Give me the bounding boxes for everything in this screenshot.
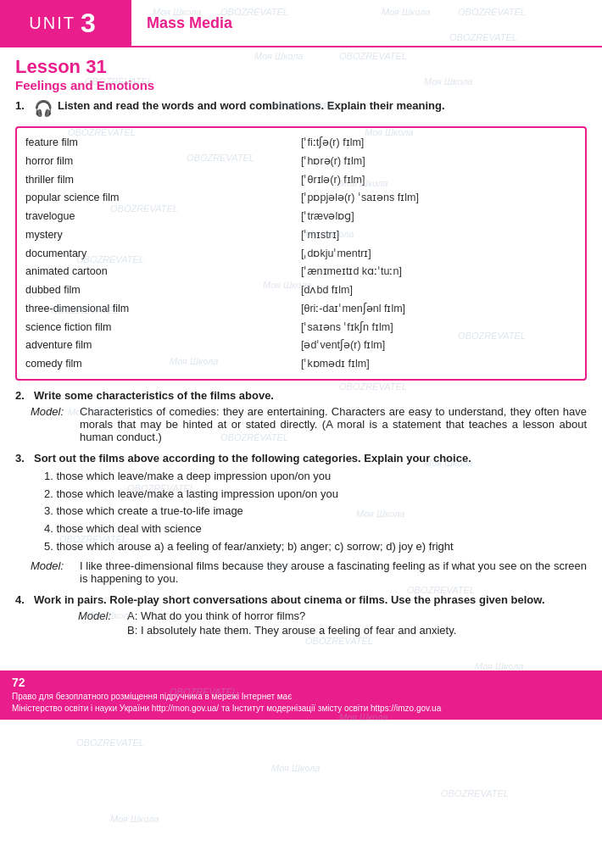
- model-3-label: Model:: [31, 559, 80, 572]
- vocab-word: feature film: [25, 135, 301, 151]
- model-2-text: Characteristics of comedies: they are en…: [80, 405, 587, 443]
- vocab-phonetics-column: [ˈfiːtʃə(r) fɪlm][ˈhɒrə(r) fɪlm][ˈθrɪlə(…: [301, 135, 577, 372]
- unit-badge: UNIT 3: [0, 0, 131, 46]
- list-item: 5. those which arouse a) a feeling of fe…: [44, 538, 587, 556]
- list-item: 1. those which leave/make a deep impress…: [44, 468, 587, 486]
- vocabulary-box: feature filmhorror filmthriller filmpopu…: [15, 126, 587, 381]
- vocab-word: mystery: [25, 227, 301, 243]
- lesson-section: Lesson 31 Feelings and Emotions: [0, 47, 602, 92]
- exercise-2-instruction: Write some characteristics of the films …: [34, 389, 274, 402]
- footer-legal-1: Право для безоплатного розміщення підруч…: [12, 691, 590, 703]
- exercise-4-header: 4. Work in pairs. Role-play short conver…: [15, 593, 587, 606]
- exercise-4: 4. Work in pairs. Role-play short conver…: [0, 593, 602, 637]
- watermark: OBOZREVATEL: [441, 788, 509, 798]
- vocab-phonetic: [ˈθrɪlə(r) fɪlm]: [301, 172, 577, 188]
- chapter-title: Mass Media: [147, 14, 232, 32]
- vocab-word: three-dimensional film: [25, 301, 301, 317]
- vocab-word: popular science film: [25, 190, 301, 206]
- vocab-phonetic: [ˈsaɪəns ˈfɪkʃn fɪlm]: [301, 320, 577, 336]
- vocab-word: travelogue: [25, 209, 301, 225]
- vocab-phonetic: [ˈhɒrə(r) fɪlm]: [301, 153, 577, 170]
- footer-legal-2: Міністерство освіти і науки України http…: [12, 703, 590, 715]
- unit-number: 3: [81, 8, 98, 39]
- exercise-2-number: 2.: [15, 389, 29, 402]
- page-footer: 72 Право для безоплатного розміщення під…: [0, 670, 602, 720]
- vocab-word: thriller film: [25, 172, 301, 188]
- exercise-3-instruction: Sort out the films above according to th…: [34, 452, 471, 465]
- exercise-4-instruction: Work in pairs. Role-play short conversat…: [34, 593, 545, 606]
- exercise-3-list: 1. those which leave/make a deep impress…: [44, 468, 587, 556]
- exercise-1: 1. 🎧 Listen and read the words and word …: [0, 99, 602, 118]
- vocab-phonetic: [ˈfiːtʃə(r) fɪlm]: [301, 135, 577, 151]
- watermark: Моя Школа: [271, 763, 321, 773]
- vocab-word: dubbed film: [25, 282, 301, 298]
- vocab-word: horror film: [25, 153, 301, 170]
- vocab-phonetic: [θriː-daɪˈmenʃənl fɪlm]: [301, 301, 577, 317]
- exercise-3: 3. Sort out the films above according to…: [0, 452, 602, 585]
- exercise-3-number: 3.: [15, 452, 29, 465]
- exercise-2-header: 2. Write some characteristics of the fil…: [15, 389, 587, 402]
- lesson-label: Lesson: [15, 56, 81, 77]
- model-4-line2: B: I absolutely hate them. They arouse a…: [127, 624, 456, 637]
- list-item: 4. those which deal with science: [44, 520, 587, 538]
- model-2-label: Model:: [31, 405, 80, 418]
- exercise-3-model: Model: I like three-dimensional films be…: [31, 559, 587, 585]
- header-title-area: Mass Media: [131, 0, 602, 46]
- vocab-phonetic: [ˈmɪstrɪ]: [301, 227, 577, 243]
- vocab-word: science fiction film: [25, 320, 301, 336]
- vocab-phonetic: [ˌdɒkjuˈmentrɪ]: [301, 246, 577, 262]
- list-item: 3. those which create a true-to-life ima…: [44, 503, 587, 520]
- vocab-word: comedy film: [25, 356, 301, 372]
- list-item: 2. those which leave/make a lasting impr…: [44, 486, 587, 504]
- watermark: Моя Школа: [110, 814, 159, 824]
- watermark: OBOZREVATEL: [305, 636, 373, 646]
- exercise-4-model: Model: A: What do you think of horror fi…: [78, 609, 587, 637]
- vocab-phonetic: [ˈtrævəlɒɡ]: [301, 209, 577, 225]
- exercise-2-model: Model: Characteristics of comedies: they…: [31, 405, 587, 443]
- model-4-label: Model:: [78, 609, 127, 622]
- exercise-3-header: 3. Sort out the films above according to…: [15, 452, 587, 465]
- exercise-1-instruction: Listen and read the words and word combi…: [58, 99, 445, 112]
- watermark: OBOZREVATEL: [76, 737, 144, 748]
- model-4-line1: A: What do you think of horror films?: [127, 609, 305, 622]
- vocab-phonetic: [ˈkɒmədɪ fɪlm]: [301, 356, 577, 372]
- exercise-2: 2. Write some characteristics of the fil…: [0, 389, 602, 443]
- exercise-4-number: 4.: [15, 593, 29, 606]
- model-4-spacer: [78, 624, 127, 637]
- vocab-phonetic: [ˈænɪmeɪtɪd kɑːˈtuːn]: [301, 264, 577, 280]
- vocab-phonetic: [ˈpɒpjələ(r) ˈsaɪəns fɪlm]: [301, 190, 577, 206]
- unit-label: UNIT: [29, 14, 75, 33]
- vocab-phonetic: [dʌbd fɪlm]: [301, 282, 577, 298]
- exercise-1-number: 1.: [15, 99, 29, 112]
- page-header: UNIT 3 Mass Media: [0, 0, 602, 47]
- vocab-word: documentary: [25, 246, 301, 262]
- vocab-word: animated cartoon: [25, 264, 301, 280]
- exercise-1-header: 1. 🎧 Listen and read the words and word …: [15, 99, 587, 118]
- vocab-words-column: feature filmhorror filmthriller filmpopu…: [25, 135, 301, 372]
- vocab-phonetic: [ədˈventʃə(r) fɪlm]: [301, 337, 577, 353]
- lesson-subtitle: Feelings and Emotions: [15, 78, 587, 92]
- page-number: 72: [12, 676, 590, 689]
- lesson-number: 31: [86, 56, 106, 77]
- headphone-icon: 🎧: [34, 99, 53, 118]
- vocab-word: adventure film: [25, 337, 301, 353]
- lesson-heading: Lesson 31: [15, 56, 587, 78]
- model-3-text: I like three-dimensional films because t…: [80, 559, 587, 585]
